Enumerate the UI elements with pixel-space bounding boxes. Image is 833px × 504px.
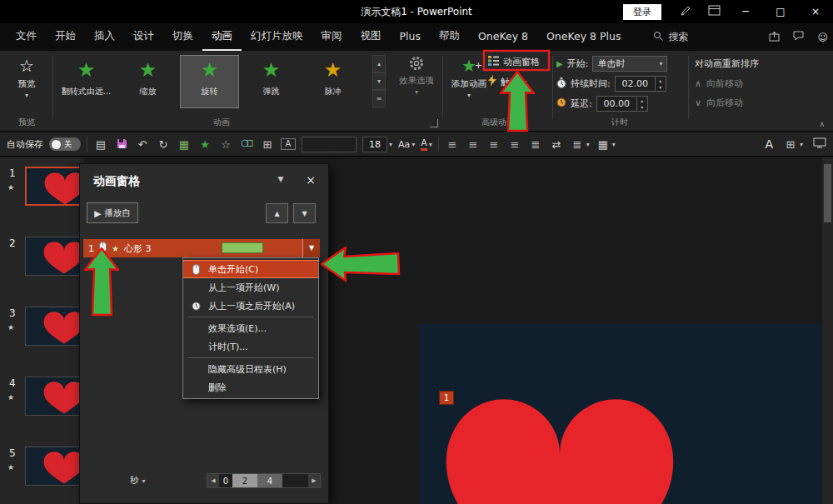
menu-item-start-after-previous[interactable]: 从上一项之后开始(A) <box>183 297 318 315</box>
slide-thumbnail-4[interactable] <box>25 377 85 416</box>
slide-thumbnail-3[interactable] <box>25 307 85 346</box>
tab-insert[interactable]: 插入 <box>85 23 124 51</box>
animation-fly-in[interactable]: ★ 翻转式由远... <box>57 55 116 108</box>
font-color-button[interactable]: A ▾ <box>421 138 432 151</box>
animation-zoom[interactable]: ★ 缩放 <box>118 55 177 108</box>
align-left-icon[interactable]: ≡ <box>486 139 501 150</box>
ribbon-display-options-icon[interactable] <box>700 5 728 18</box>
timeline-scroll-right-icon[interactable]: ▶ <box>308 474 320 487</box>
comments-icon[interactable] <box>793 31 804 43</box>
timeline-track[interactable] <box>282 474 308 487</box>
animation-pane-button[interactable]: 动画窗格 <box>488 53 540 70</box>
spinner-arrows[interactable]: ▴▾ <box>655 77 666 91</box>
tab-slide-show[interactable]: 幻灯片放映 <box>242 23 312 51</box>
timeline-scroll-left-icon[interactable]: ◀ <box>207 474 219 487</box>
animation-indicator-star-icon[interactable]: ★ <box>7 463 14 472</box>
animation-pulse[interactable]: ★ 脉冲 <box>303 55 362 108</box>
move-later-button[interactable]: ∨ 向后移动 <box>695 97 743 109</box>
tab-file[interactable]: 文件 <box>7 23 46 51</box>
minimize-button[interactable]: ─ <box>728 0 763 23</box>
play-from-button[interactable]: ▶ 播放自 <box>87 202 138 223</box>
autosave-toggle[interactable]: 关 <box>49 137 81 151</box>
font-enlarge-icon[interactable]: A <box>765 137 773 151</box>
font-size-box[interactable]: 18 ▾ <box>362 137 392 152</box>
line-spacing-button[interactable]: ≣ ▾ <box>570 139 590 150</box>
pane-close-icon[interactable]: × <box>302 171 320 189</box>
gallery-scroll-down-icon[interactable]: ▾ <box>372 72 386 90</box>
slide-canvas[interactable]: 1 <box>419 324 833 504</box>
heart-shape[interactable] <box>439 387 681 504</box>
preview-button[interactable]: ☆ 预览 ▾ <box>5 55 48 115</box>
tab-plus[interactable]: Plus <box>391 23 430 51</box>
seconds-dropdown[interactable]: 秒 ▾ <box>130 475 146 487</box>
timeline-duration-bar[interactable] <box>222 242 263 253</box>
move-up-button[interactable]: ▲ <box>266 203 288 223</box>
numbering-icon[interactable]: ≡ <box>466 139 481 150</box>
slide-icon[interactable]: ▤ <box>93 139 108 150</box>
tab-help[interactable]: 帮助 <box>430 23 469 51</box>
pane-menu-chevron-icon[interactable]: ▼ <box>273 175 288 183</box>
text-direction-icon[interactable]: ⇄ <box>549 139 564 150</box>
slide-thumbnail-2[interactable] <box>25 237 85 276</box>
animation-spin-selected[interactable]: ★ 旋转 <box>180 55 239 108</box>
text-style-icon[interactable]: A <box>281 138 296 150</box>
menu-item-start-with-previous[interactable]: 从上一项开始(W) <box>183 278 318 297</box>
animation-indicator-star-icon[interactable]: ★ <box>7 323 14 332</box>
gallery-more-icon[interactable]: ≡ <box>372 90 386 107</box>
start-dropdown[interactable]: 单击时 ▾ <box>592 56 667 72</box>
tab-transitions[interactable]: 切换 <box>163 23 202 51</box>
undo-icon[interactable]: ↶ <box>135 139 150 150</box>
share-icon[interactable] <box>769 31 780 44</box>
spinner-arrows[interactable]: ▴▾ <box>636 97 647 111</box>
chart-grid-icon[interactable]: ⊞ <box>260 139 275 150</box>
vertical-scrollbar[interactable] <box>822 157 833 504</box>
login-button[interactable]: 登录 <box>623 4 661 20</box>
effect-options-button[interactable]: 效果选项 ▾ <box>393 55 440 115</box>
bullets-icon[interactable]: ≡ <box>445 139 460 150</box>
font-size-value[interactable]: 18 <box>362 137 387 152</box>
menu-item-remove[interactable]: 删除 <box>183 378 318 397</box>
gallery-scroll-up-icon[interactable]: ▴ <box>372 55 386 72</box>
align-center-icon[interactable]: ≡ <box>507 139 522 150</box>
tab-design[interactable]: 设计 <box>124 23 163 51</box>
move-earlier-button[interactable]: ∧ 向前移动 <box>695 77 743 90</box>
slide-thumbnail-5[interactable] <box>25 447 85 486</box>
menu-item-effect-options[interactable]: 效果选项(E)... <box>183 319 318 337</box>
tab-home[interactable]: 开始 <box>46 23 85 51</box>
redo-icon[interactable]: ↻ <box>156 139 171 150</box>
tab-view[interactable]: 视图 <box>352 23 391 51</box>
font-name-input[interactable] <box>302 137 357 152</box>
menu-item-start-on-click[interactable]: 单击开始(C) <box>183 260 318 278</box>
menu-item-timing[interactable]: 计时(T)... <box>183 337 318 356</box>
grid-options-button[interactable]: ⊞ ▾ <box>783 139 803 150</box>
animation-indicator-star-icon[interactable]: ★ <box>7 393 14 402</box>
close-button[interactable]: × <box>798 0 833 23</box>
tab-onekey8-plus[interactable]: OneKey 8 Plus <box>537 23 630 51</box>
add-animation-button[interactable]: ★+ 添加动画 ▾ <box>448 55 490 115</box>
layout-icon[interactable]: ▦ <box>177 139 192 150</box>
slide-thumbnail-1[interactable] <box>25 167 85 206</box>
inking-pen-icon[interactable] <box>671 5 700 19</box>
smiley-feedback-icon[interactable]: ☺ <box>817 32 828 43</box>
delay-spinner[interactable]: 00.00 ▴▾ <box>596 96 648 112</box>
trigger-button[interactable]: 触发 ▾ <box>488 73 526 90</box>
save-icon[interactable] <box>114 138 129 151</box>
duration-spinner[interactable]: 02.00 ▴▾ <box>615 76 666 92</box>
change-case-button[interactable]: Aa ▾ <box>398 139 415 150</box>
tab-review[interactable]: 审阅 <box>312 23 352 51</box>
animation-bounce[interactable]: ★ 弹跳 <box>242 55 301 108</box>
animation-dialog-launcher-icon[interactable] <box>430 119 438 127</box>
tab-animations[interactable]: 动画 <box>202 23 242 51</box>
tab-onekey8[interactable]: OneKey 8 <box>469 23 537 51</box>
table-layout-button[interactable]: ▦ ▾ <box>596 139 616 150</box>
shapes-icon[interactable] <box>239 138 254 150</box>
add-animation-star-icon[interactable]: ★ <box>197 139 212 150</box>
monitor-icon[interactable] <box>813 137 826 151</box>
move-down-button[interactable]: ▼ <box>293 203 316 223</box>
menu-item-hide-advanced-timeline[interactable]: 隐藏高级日程表(H) <box>183 360 318 378</box>
animation-indicator-star-icon[interactable]: ★ <box>7 183 14 192</box>
animation-list-item-selected[interactable]: 1 ★ 心形 3 ▼ <box>83 239 320 257</box>
item-dropdown-icon[interactable]: ▼ <box>302 239 320 257</box>
animation-star-icon[interactable]: ☆ <box>218 139 233 150</box>
collapse-ribbon-icon[interactable]: ∧ <box>819 120 825 128</box>
